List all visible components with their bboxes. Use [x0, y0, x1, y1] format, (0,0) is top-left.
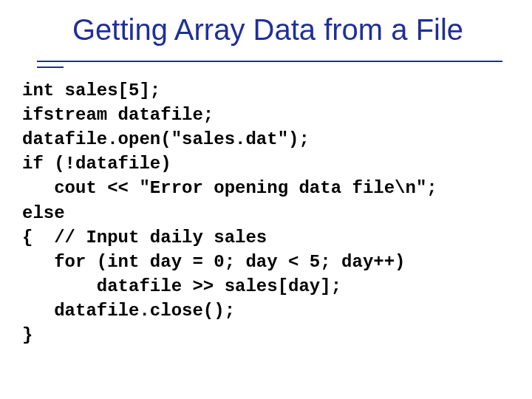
- code-line: else: [22, 203, 65, 223]
- code-line: for (int day = 0; day < 5; day++): [22, 252, 405, 272]
- title-block: Getting Array Data from a File: [72, 13, 502, 56]
- code-line: cout << "Error opening data file\n";: [22, 178, 437, 198]
- code-line: int sales[5];: [22, 81, 160, 100]
- code-line: datafile.close();: [22, 301, 235, 321]
- code-line: datafile >> sales[day];: [22, 276, 341, 296]
- slide: Getting Array Data from a File int sales…: [0, 0, 532, 399]
- code-block: int sales[5]; ifstream datafile; datafil…: [22, 78, 502, 347]
- code-line: if (!datafile): [22, 154, 171, 174]
- code-line: datafile.open("sales.dat");: [22, 129, 310, 149]
- code-line: }: [22, 325, 33, 345]
- code-line: ifstream datafile;: [22, 105, 214, 125]
- code-line: { // Input daily sales: [22, 228, 267, 248]
- slide-title: Getting Array Data from a File: [72, 13, 502, 56]
